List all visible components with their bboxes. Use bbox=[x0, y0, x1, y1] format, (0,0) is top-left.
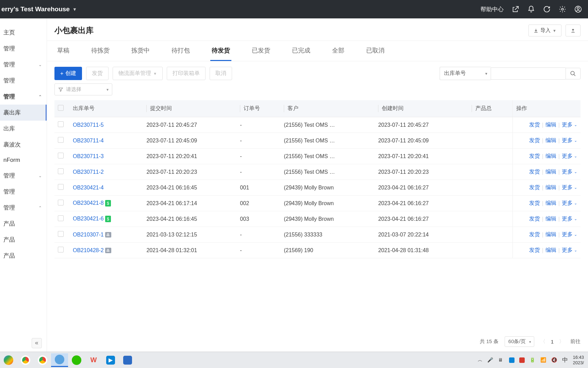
row-edit-action[interactable]: 编辑 bbox=[545, 153, 556, 160]
order-id-link[interactable]: OB230421-6 bbox=[73, 216, 104, 221]
order-id-link[interactable]: OB230711-4 bbox=[73, 138, 104, 143]
tab-3[interactable]: 待打包 bbox=[170, 41, 191, 61]
tab-5[interactable]: 已发货 bbox=[250, 41, 272, 61]
tray-clock[interactable]: 16:43 2023/ bbox=[573, 355, 584, 365]
order-id-link[interactable]: OB230421-8 bbox=[73, 200, 104, 206]
row-checkbox[interactable] bbox=[58, 168, 64, 174]
search-button[interactable] bbox=[566, 68, 581, 79]
search-input[interactable] bbox=[491, 67, 566, 80]
row-ship-action[interactable]: 发货 bbox=[529, 215, 540, 223]
tray-icon-red[interactable] bbox=[519, 357, 525, 363]
tab-4[interactable]: 待发货 bbox=[210, 41, 231, 61]
row-edit-action[interactable]: 编辑 bbox=[545, 184, 556, 191]
row-more-action[interactable]: 更多 ⌄ bbox=[562, 137, 577, 144]
row-checkbox[interactable] bbox=[58, 231, 64, 237]
row-more-action[interactable]: 更多 ⌄ bbox=[562, 200, 577, 207]
tray-mic-icon[interactable]: 🎤 bbox=[487, 357, 493, 363]
row-checkbox[interactable] bbox=[58, 184, 64, 190]
row-ship-action[interactable]: 发货 bbox=[529, 137, 540, 144]
row-more-action[interactable]: 更多 ⌄ bbox=[562, 121, 577, 128]
sidebar-item-11[interactable]: 管理⌃ bbox=[0, 200, 47, 216]
row-more-action[interactable]: 更多 ⌄ bbox=[562, 184, 577, 191]
row-checkbox[interactable] bbox=[58, 153, 64, 158]
sidebar-item-12[interactable]: 产品 bbox=[0, 216, 47, 232]
taskbar-player[interactable]: ▶ bbox=[102, 353, 119, 367]
row-ship-action[interactable]: 发货 bbox=[529, 231, 540, 238]
row-more-action[interactable]: 更多 ⌄ bbox=[562, 215, 577, 223]
tray-monitor-icon[interactable]: 🖥 bbox=[498, 357, 504, 363]
sidebar-item-3[interactable]: 管理 bbox=[0, 73, 47, 89]
row-checkbox[interactable] bbox=[58, 200, 64, 205]
row-ship-action[interactable]: 发货 bbox=[529, 153, 540, 160]
user-icon[interactable] bbox=[574, 5, 582, 13]
row-ship-action[interactable]: 发货 bbox=[529, 184, 540, 191]
search-type-select[interactable]: 出库单号 bbox=[440, 67, 491, 80]
taskbar-app-1[interactable] bbox=[0, 353, 17, 367]
row-edit-action[interactable]: 编辑 bbox=[545, 121, 556, 128]
row-checkbox[interactable] bbox=[58, 137, 64, 143]
row-checkbox[interactable] bbox=[58, 247, 64, 252]
tab-6[interactable]: 已完成 bbox=[291, 41, 312, 61]
help-center-link[interactable]: 帮助中心 bbox=[480, 5, 504, 13]
gear-icon[interactable] bbox=[559, 5, 566, 13]
tab-2[interactable]: 拣货中 bbox=[130, 41, 151, 61]
sidebar-item-5[interactable]: 裹出库 bbox=[0, 105, 47, 121]
next-page[interactable]: 〉 bbox=[559, 338, 564, 345]
sidebar-collapse-button[interactable] bbox=[32, 338, 42, 348]
row-edit-action[interactable]: 编辑 bbox=[545, 247, 556, 254]
sidebar-item-6[interactable]: 出库 bbox=[0, 121, 47, 137]
row-checkbox[interactable] bbox=[58, 215, 64, 221]
sidebar-item-0[interactable]: 主页 bbox=[0, 25, 47, 41]
order-id-link[interactable]: OB230711-3 bbox=[73, 153, 104, 159]
tab-0[interactable]: 草稿 bbox=[56, 41, 71, 61]
filter-select[interactable]: 请选择 bbox=[54, 83, 112, 95]
refresh-icon[interactable] bbox=[543, 5, 551, 13]
row-ship-action[interactable]: 发货 bbox=[529, 168, 540, 175]
row-more-action[interactable]: 更多 ⌄ bbox=[562, 231, 577, 238]
row-edit-action[interactable]: 编辑 bbox=[545, 137, 556, 144]
row-edit-action[interactable]: 编辑 bbox=[545, 215, 556, 223]
tray-volume-icon[interactable]: 🔇 bbox=[551, 357, 557, 363]
ship-button[interactable]: 发货 bbox=[86, 67, 109, 80]
logistics-dropdown[interactable]: 物流面单管理 ▼ bbox=[113, 67, 163, 80]
row-checkbox[interactable] bbox=[58, 121, 64, 127]
taskbar-chrome-1[interactable] bbox=[17, 353, 34, 367]
taskbar-wps[interactable]: W bbox=[85, 353, 102, 367]
tab-8[interactable]: 已取消 bbox=[365, 41, 386, 61]
row-more-action[interactable]: 更多 ⌄ bbox=[562, 153, 577, 160]
order-id-link[interactable]: OB230711-5 bbox=[73, 122, 104, 128]
sidebar-item-13[interactable]: 产品 bbox=[0, 232, 47, 248]
tray-wifi-icon[interactable]: 📶 bbox=[540, 357, 546, 363]
row-ship-action[interactable]: 发货 bbox=[529, 121, 540, 128]
taskbar-app-active[interactable] bbox=[51, 353, 68, 367]
tab-7[interactable]: 全部 bbox=[331, 41, 346, 61]
order-id-link[interactable]: OB230421-4 bbox=[73, 185, 104, 190]
sidebar-item-1[interactable]: 管理 bbox=[0, 41, 47, 57]
row-edit-action[interactable]: 编辑 bbox=[545, 231, 556, 238]
page-size-select[interactable]: 60条/页 bbox=[505, 336, 534, 347]
share-icon[interactable] bbox=[512, 5, 519, 13]
warehouse-selector[interactable]: erry's Test Warehouse ▼ bbox=[0, 5, 77, 13]
taskbar-wechat[interactable] bbox=[68, 353, 85, 367]
row-ship-action[interactable]: 发货 bbox=[529, 247, 540, 254]
tray-ime[interactable]: 中 bbox=[562, 356, 568, 364]
row-more-action[interactable]: 更多 ⌄ bbox=[562, 168, 577, 175]
sidebar-item-9[interactable]: 管理⌄ bbox=[0, 168, 47, 184]
print-packing-button[interactable]: 打印装箱单 bbox=[167, 67, 206, 80]
taskbar-chrome-2[interactable] bbox=[34, 353, 51, 367]
tray-expand-icon[interactable]: ︿ bbox=[478, 357, 483, 363]
row-ship-action[interactable]: 发货 bbox=[529, 200, 540, 207]
sidebar-item-10[interactable]: 管理 bbox=[0, 184, 47, 200]
taskbar-app-2[interactable] bbox=[119, 353, 136, 367]
order-id-link[interactable]: OB230711-2 bbox=[73, 169, 104, 175]
prev-page[interactable]: 〈 bbox=[540, 338, 545, 345]
select-all-checkbox[interactable] bbox=[58, 105, 64, 111]
sidebar-item-14[interactable]: 产品 bbox=[0, 248, 47, 264]
import-button[interactable]: 导入 ▼ bbox=[528, 25, 561, 36]
row-edit-action[interactable]: 编辑 bbox=[545, 168, 556, 175]
sidebar-item-4[interactable]: 管理⌃ bbox=[0, 89, 47, 105]
bell-icon[interactable] bbox=[527, 5, 535, 13]
sidebar-item-7[interactable]: 裹波次 bbox=[0, 137, 47, 153]
tray-battery-icon[interactable]: 🔋 bbox=[529, 357, 536, 363]
tray-icon-blue[interactable] bbox=[509, 357, 514, 363]
